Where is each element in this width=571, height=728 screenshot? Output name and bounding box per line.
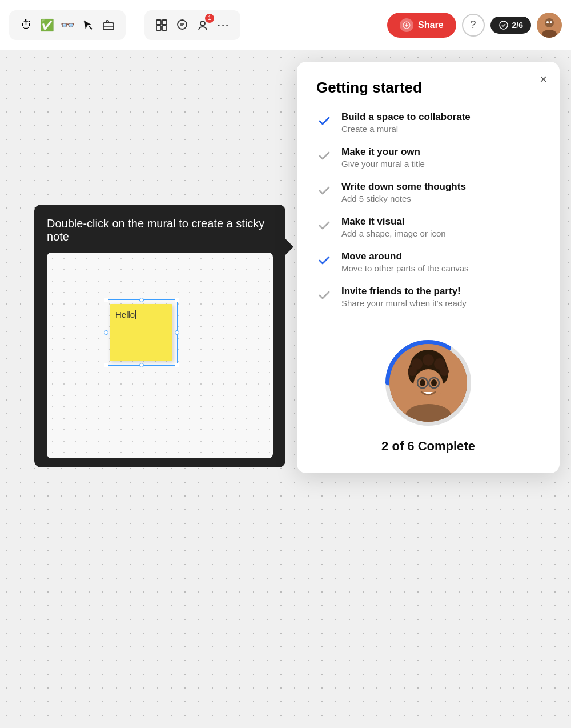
- toolbar-divider: [135, 14, 135, 37]
- checklist-item-4: Move aroundMove to other parts of the ca…: [316, 251, 540, 273]
- checklist-item-1: Make it your ownGive your mural a title: [316, 146, 540, 169]
- svg-point-18: [546, 21, 549, 23]
- panel-close-button[interactable]: ×: [540, 72, 547, 87]
- check-gray-icon: [316, 182, 332, 198]
- checklist-item-subtitle-0: Create a mural: [341, 124, 471, 134]
- checklist-item-text-4: Move aroundMove to other parts of the ca…: [341, 251, 469, 273]
- checkbox-icon[interactable]: ✅: [38, 16, 56, 34]
- checklist-item-text-3: Make it visualAdd a shape, image or icon: [341, 216, 446, 238]
- checklist-item-text-1: Make it your ownGive your mural a title: [341, 146, 425, 169]
- checklist-item-subtitle-5: Share your mural when it's ready: [341, 298, 467, 308]
- timer-icon[interactable]: ⏱: [17, 16, 35, 34]
- checklist-item-subtitle-4: Move to other parts of the canvas: [341, 263, 469, 273]
- checklist-item-2: Write down some thoughtsAdd 5 sticky not…: [316, 181, 540, 203]
- checklist-item-5: Invite friends to the party!Share your m…: [316, 286, 540, 308]
- user-icon[interactable]: 1: [194, 16, 212, 34]
- user-count-badge: 1: [205, 14, 214, 23]
- sticky-cursor: [135, 310, 136, 319]
- glasses-icon[interactable]: 👓: [58, 16, 77, 34]
- checklist-item-0: Build a space to collaborateCreate a mur…: [316, 111, 540, 134]
- svg-line-0: [89, 26, 92, 29]
- handle-tm[interactable]: [139, 298, 144, 302]
- svg-point-30: [408, 367, 417, 376]
- checklist-item-subtitle-2: Add 5 sticky notes: [341, 194, 466, 203]
- svg-point-31: [440, 367, 449, 376]
- check-gray-icon: [316, 147, 332, 163]
- svg-point-16: [545, 18, 554, 27]
- checklist-item-text-5: Invite friends to the party!Share your m…: [341, 286, 467, 308]
- checklist-item-title-3: Make it visual: [341, 216, 446, 227]
- checklist-item-subtitle-3: Add a shape, image or icon: [341, 229, 446, 238]
- handle-tr[interactable]: [175, 298, 179, 302]
- handle-lm[interactable]: [104, 330, 108, 335]
- share-plus-icon: [400, 18, 413, 32]
- svg-point-19: [550, 21, 552, 23]
- sticky-note-text: Hello: [115, 310, 135, 319]
- progress-badge[interactable]: 2/6: [490, 17, 531, 34]
- toolbar-right: Share ? 2/6: [387, 13, 562, 38]
- panel-divider: [316, 321, 540, 321]
- checklist-item-text-0: Build a space to collaborateCreate a mur…: [341, 111, 471, 134]
- toolbar-group-right: 1 ···: [144, 10, 240, 40]
- more-icon[interactable]: ···: [214, 16, 232, 34]
- demo-box-arrow: [286, 239, 293, 255]
- user-avatar[interactable]: [537, 13, 562, 38]
- progress-badge-label: 2/6: [512, 21, 523, 30]
- share-label: Share: [418, 20, 443, 30]
- handle-bl[interactable]: [104, 363, 108, 367]
- briefcase-icon[interactable]: [99, 16, 118, 34]
- svg-rect-3: [156, 20, 161, 25]
- handle-tl[interactable]: [104, 298, 108, 302]
- svg-point-10: [200, 21, 205, 26]
- svg-point-34: [431, 379, 437, 386]
- check-gray-icon: [316, 217, 332, 233]
- checklist-item-3: Make it visualAdd a shape, image or icon: [316, 216, 540, 238]
- progress-label: 2 of 6 Complete: [381, 439, 475, 454]
- demo-canvas-inner: Hello: [47, 253, 273, 458]
- svg-point-7: [178, 20, 187, 29]
- check-gray-icon: [316, 287, 332, 303]
- check-blue-icon: [316, 252, 332, 268]
- demo-box-title: Double-click on the mural to create a st…: [47, 217, 273, 243]
- svg-rect-5: [156, 26, 161, 30]
- chat-icon[interactable]: [173, 16, 191, 34]
- demo-box: Double-click on the mural to create a st…: [34, 205, 286, 467]
- svg-point-33: [420, 379, 425, 386]
- svg-rect-4: [162, 20, 167, 25]
- panel-title: Getting started: [316, 79, 540, 97]
- toolbar-group-left: ⏱ ✅ 👓: [9, 10, 126, 40]
- sticky-note[interactable]: Hello: [110, 304, 172, 361]
- svg-point-28: [423, 354, 434, 366]
- progress-avatar-img: [389, 344, 467, 422]
- progress-section: 2 of 6 Complete: [316, 337, 540, 454]
- cursor-icon[interactable]: [79, 16, 97, 34]
- share-button[interactable]: Share: [387, 13, 456, 38]
- help-button[interactable]: ?: [462, 14, 485, 37]
- checklist-item-text-2: Write down some thoughtsAdd 5 sticky not…: [341, 181, 466, 203]
- handle-rm[interactable]: [175, 330, 179, 335]
- checklist-item-subtitle-1: Give your mural a title: [341, 159, 425, 169]
- layout-icon[interactable]: [152, 16, 171, 34]
- checklist-item-title-0: Build a space to collaborate: [341, 111, 471, 123]
- progress-avatar-wrapper: [383, 337, 474, 429]
- handle-br[interactable]: [175, 363, 179, 367]
- checklist-item-title-1: Make it your own: [341, 146, 425, 158]
- handle-bm[interactable]: [139, 363, 144, 367]
- toolbar: ⏱ ✅ 👓: [0, 0, 571, 50]
- checklist-container: Build a space to collaborateCreate a mur…: [316, 111, 540, 308]
- checklist-item-title-2: Write down some thoughts: [341, 181, 466, 193]
- svg-rect-6: [162, 26, 167, 30]
- check-blue-icon: [316, 113, 332, 129]
- checklist-item-title-5: Invite friends to the party!: [341, 286, 467, 297]
- checklist-item-title-4: Move around: [341, 251, 469, 262]
- getting-started-panel: × Getting started Build a space to colla…: [297, 62, 560, 473]
